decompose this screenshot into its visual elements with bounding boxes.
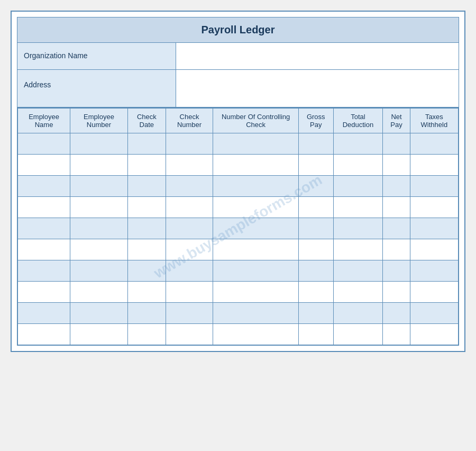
table-cell[interactable] <box>333 218 383 239</box>
table-cell[interactable] <box>127 197 166 218</box>
table-cell[interactable] <box>166 239 213 260</box>
table-cell[interactable] <box>410 324 458 345</box>
table-cell[interactable] <box>333 324 383 345</box>
table-cell[interactable] <box>298 324 333 345</box>
table-cell[interactable] <box>298 239 333 260</box>
table-cell[interactable] <box>70 239 128 260</box>
table-cell[interactable] <box>127 282 166 303</box>
table-cell[interactable] <box>333 239 383 260</box>
table-cell[interactable] <box>213 155 299 176</box>
table-cell[interactable] <box>70 155 128 176</box>
table-row[interactable] <box>18 197 459 218</box>
table-cell[interactable] <box>213 176 299 197</box>
table-cell[interactable] <box>18 260 70 282</box>
table-cell[interactable] <box>298 155 333 176</box>
table-cell[interactable] <box>70 176 128 197</box>
table-cell[interactable] <box>410 260 458 282</box>
table-cell[interactable] <box>70 218 128 239</box>
table-row[interactable] <box>18 239 459 260</box>
table-cell[interactable] <box>127 239 166 260</box>
table-cell[interactable] <box>383 176 410 197</box>
table-cell[interactable] <box>383 303 410 324</box>
table-cell[interactable] <box>127 133 166 155</box>
table-cell[interactable] <box>298 218 333 239</box>
table-row[interactable] <box>18 303 459 324</box>
table-cell[interactable] <box>213 197 299 218</box>
table-cell[interactable] <box>127 176 166 197</box>
table-cell[interactable] <box>166 218 213 239</box>
table-cell[interactable] <box>213 260 299 282</box>
table-cell[interactable] <box>18 324 70 345</box>
table-cell[interactable] <box>333 197 383 218</box>
table-cell[interactable] <box>383 155 410 176</box>
table-cell[interactable] <box>18 197 70 218</box>
table-row[interactable] <box>18 218 459 239</box>
table-cell[interactable] <box>333 282 383 303</box>
table-cell[interactable] <box>213 239 299 260</box>
table-row[interactable] <box>18 324 459 345</box>
table-cell[interactable] <box>213 324 299 345</box>
table-row[interactable] <box>18 282 459 303</box>
table-cell[interactable] <box>383 324 410 345</box>
table-cell[interactable] <box>213 303 299 324</box>
table-row[interactable] <box>18 133 459 155</box>
table-cell[interactable] <box>166 197 213 218</box>
table-cell[interactable] <box>298 197 333 218</box>
table-cell[interactable] <box>70 303 128 324</box>
table-cell[interactable] <box>333 303 383 324</box>
table-cell[interactable] <box>166 303 213 324</box>
table-cell[interactable] <box>383 282 410 303</box>
table-cell[interactable] <box>18 282 70 303</box>
table-cell[interactable] <box>298 303 333 324</box>
table-cell[interactable] <box>298 260 333 282</box>
table-cell[interactable] <box>298 176 333 197</box>
table-cell[interactable] <box>70 282 128 303</box>
table-cell[interactable] <box>410 303 458 324</box>
table-cell[interactable] <box>410 176 458 197</box>
table-cell[interactable] <box>333 260 383 282</box>
table-cell[interactable] <box>410 218 458 239</box>
table-cell[interactable] <box>298 133 333 155</box>
org-name-value[interactable] <box>176 43 459 69</box>
table-cell[interactable] <box>18 176 70 197</box>
table-cell[interactable] <box>410 239 458 260</box>
table-cell[interactable] <box>166 324 213 345</box>
table-cell[interactable] <box>18 303 70 324</box>
table-row[interactable] <box>18 155 459 176</box>
table-cell[interactable] <box>298 282 333 303</box>
table-cell[interactable] <box>18 218 70 239</box>
table-cell[interactable] <box>127 155 166 176</box>
table-cell[interactable] <box>70 260 128 282</box>
table-cell[interactable] <box>18 155 70 176</box>
table-row[interactable] <box>18 176 459 197</box>
table-cell[interactable] <box>166 176 213 197</box>
table-cell[interactable] <box>166 260 213 282</box>
table-cell[interactable] <box>383 260 410 282</box>
table-cell[interactable] <box>333 133 383 155</box>
table-cell[interactable] <box>70 197 128 218</box>
table-cell[interactable] <box>383 218 410 239</box>
table-cell[interactable] <box>410 155 458 176</box>
table-cell[interactable] <box>410 133 458 155</box>
table-cell[interactable] <box>127 324 166 345</box>
table-cell[interactable] <box>127 260 166 282</box>
table-cell[interactable] <box>70 133 128 155</box>
table-row[interactable] <box>18 260 459 282</box>
table-cell[interactable] <box>213 133 299 155</box>
table-cell[interactable] <box>383 239 410 260</box>
table-cell[interactable] <box>127 303 166 324</box>
table-cell[interactable] <box>70 324 128 345</box>
table-cell[interactable] <box>333 176 383 197</box>
table-cell[interactable] <box>213 218 299 239</box>
table-cell[interactable] <box>410 282 458 303</box>
table-cell[interactable] <box>18 133 70 155</box>
table-cell[interactable] <box>127 218 166 239</box>
table-cell[interactable] <box>166 282 213 303</box>
table-cell[interactable] <box>410 197 458 218</box>
table-cell[interactable] <box>18 239 70 260</box>
table-cell[interactable] <box>383 197 410 218</box>
table-cell[interactable] <box>213 282 299 303</box>
table-cell[interactable] <box>166 155 213 176</box>
table-cell[interactable] <box>166 133 213 155</box>
table-cell[interactable] <box>383 133 410 155</box>
